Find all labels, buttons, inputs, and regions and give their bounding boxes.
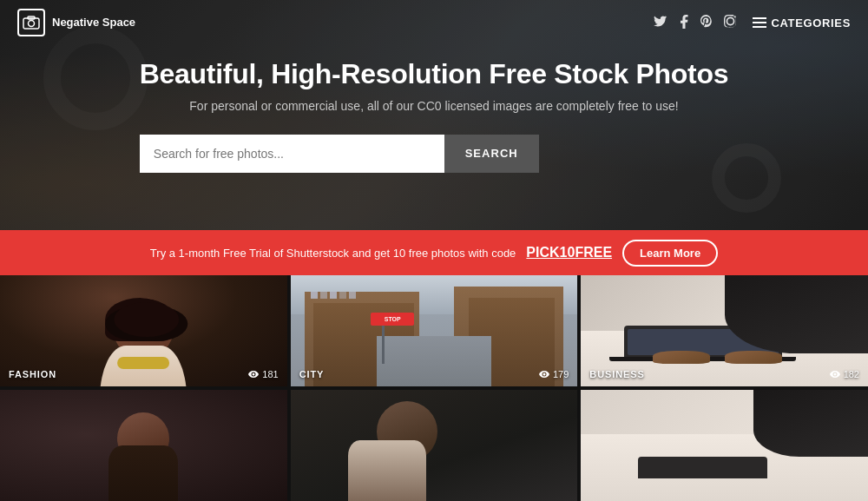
eye-icon: [539, 371, 549, 378]
photo-card-fashion[interactable]: FASHION 181: [0, 275, 287, 386]
photo-card-city[interactable]: STOP CITY 179: [291, 275, 578, 386]
promo-text: Try a 1-month Free Trial of Shutterstock…: [150, 247, 516, 260]
card-category-city: CITY: [299, 369, 325, 379]
logo-text: Negative Space: [52, 16, 135, 30]
hero-title: Beautiful, High-Resolution Free Stock Ph…: [140, 58, 728, 90]
hamburger-icon: [753, 17, 766, 28]
categories-button[interactable]: CATEGORIES: [753, 16, 852, 30]
search-bar: SEARCH: [140, 135, 539, 173]
photo-grid: FASHION 181: [0, 275, 868, 501]
logo[interactable]: Negative Space: [17, 9, 135, 36]
promo-banner: Try a 1-month Free Trial of Shutterstock…: [0, 230, 868, 275]
card-views-fashion: 181: [248, 369, 278, 379]
instagram-icon[interactable]: [724, 15, 737, 30]
hero-subtitle: For personal or commercial use, all of o…: [140, 99, 728, 113]
card-category-business: BUSINESS: [589, 369, 644, 379]
nav-right: CATEGORIES: [654, 15, 852, 31]
photo-card-bottom-1[interactable]: [0, 390, 287, 501]
promo-code[interactable]: PICK10FREE: [526, 245, 612, 260]
photo-card-bottom-3[interactable]: [581, 390, 868, 501]
card-category-fashion: FASHION: [9, 369, 56, 379]
twitter-icon[interactable]: [654, 16, 667, 30]
facebook-icon[interactable]: [680, 15, 688, 31]
learn-more-button[interactable]: Learn More: [622, 240, 718, 267]
card-views-city: 179: [539, 369, 569, 379]
logo-icon: [17, 9, 45, 36]
photo-card-business[interactable]: BUSINESS 182: [581, 275, 868, 386]
eye-icon: [248, 371, 259, 378]
categories-label: CATEGORIES: [772, 16, 852, 30]
header: Negative Space: [0, 0, 868, 45]
photo-card-bottom-2[interactable]: [291, 390, 578, 501]
eye-icon: [830, 371, 840, 378]
social-icons: [654, 15, 737, 31]
search-input[interactable]: [140, 135, 444, 173]
card-views-business: 182: [830, 369, 859, 379]
pinterest-icon[interactable]: [700, 15, 712, 31]
search-button[interactable]: SEARCH: [444, 135, 539, 173]
svg-point-1: [29, 21, 35, 27]
hero-content: Beautiful, High-Resolution Free Stock Ph…: [122, 58, 746, 173]
